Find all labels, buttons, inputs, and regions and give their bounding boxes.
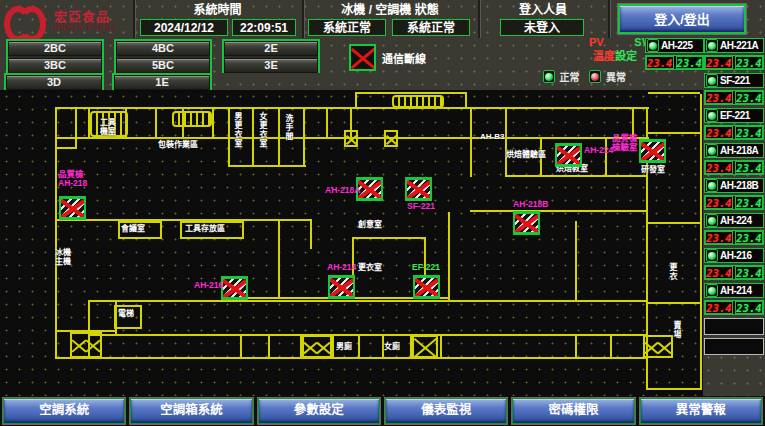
ahu-disconnect-marker[interactable] [513,211,540,235]
unit-panel-ah-216[interactable]: AH-21623.423.4 [704,248,764,280]
wall-segment [648,132,700,134]
floor-button-3e[interactable]: 3E [224,58,318,73]
abnormal-label: 異常 [606,72,626,83]
unit-pv-value: 23.4 [705,231,733,244]
floor-button-3bc[interactable]: 3BC [8,58,102,73]
unit-panel-ah-224[interactable]: AH-22423.423.4 [704,213,764,245]
wall-segment [88,334,646,336]
room-label: 男廁 [336,342,352,351]
wall-segment [278,107,280,167]
wall-segment [303,107,305,167]
nav-parameter-settings[interactable]: 參數設定 [258,398,380,424]
unit-panel-ef-221[interactable]: EF-22123.423.4 [704,108,764,140]
ahu-marker-label: AH-214 [327,263,356,272]
room-label: 女廁 [384,342,400,351]
unit-name: SF-221 [720,75,750,86]
unit-column-left: AH-22523.423.4 [645,38,704,73]
unit-name-row: AH-221A [704,38,764,53]
unit-panel-ah-218a[interactable]: AH-218A23.423.4 [704,143,764,175]
login-logout-button[interactable]: 登入/登出 [618,4,746,34]
unit-sv-value: 23.4 [676,56,704,69]
unit-sv-value: 23.4 [735,301,763,314]
ahu-marker-label: AH-224 [584,146,613,155]
unit-sv-value: 23.4 [735,231,763,244]
ahu-disconnect-marker[interactable] [59,196,86,220]
wall-segment [55,107,649,109]
floor-button-3d[interactable]: 3D [6,75,102,90]
unit-pv-value: 23.4 [646,56,674,69]
room-label: 男更衣室 [233,112,242,148]
unit-name: EF-221 [720,110,750,121]
wall-segment [268,334,270,358]
room-label: 女更衣室 [258,112,267,148]
wall-segment [326,107,328,139]
wall-segment [310,219,312,249]
wall-segment [505,175,648,177]
unit-panel-ah-218b[interactable]: AH-218B23.423.4 [704,178,764,210]
wall-segment [575,221,577,301]
unit-values-row: 23.423.4 [704,55,764,70]
nav-meter-monitor[interactable]: 儀表監視 [385,398,507,424]
room-label: 會議室 [121,224,145,233]
door-icon [70,332,102,358]
ahu-disconnect-marker[interactable] [639,139,666,163]
ahu-disconnect-marker[interactable] [555,143,582,167]
nav-alarm[interactable]: 異常警報 [640,398,762,424]
room-label: 包裝作業區 [158,140,198,149]
unit-name: AH-221A [720,40,758,51]
ahu-disconnect-marker[interactable] [405,177,432,201]
room-label: 賣場 [672,321,681,339]
ahu-status-value: 系統正常 [392,19,470,36]
unit-panel-ah-221a[interactable]: AH-221A23.423.4 [704,38,764,70]
ahu-marker-label: EF-221 [412,263,440,272]
unit-status-lamp-icon [647,39,659,52]
pv-sub-label: 溫度 [593,50,615,62]
wall-segment [465,92,467,109]
ahu-disconnect-marker[interactable] [328,275,355,299]
wall-segment [228,165,306,167]
ahu-marker-label: AH-218B [513,200,548,209]
nav-password-auth[interactable]: 密碼權限 [512,398,634,424]
wall-segment [470,210,648,212]
wall-segment [605,137,607,177]
unit-sv-value: 23.4 [735,161,763,174]
unit-panel-sf-221[interactable]: SF-22123.423.4 [704,73,764,105]
wall-segment [240,334,242,358]
sv-sub-label: 設定 [615,50,637,62]
ahu-disconnect-marker[interactable] [413,275,440,299]
floor-button-2e[interactable]: 2E [224,41,318,56]
floor-button-4bc[interactable]: 4BC [116,41,210,56]
normal-label: 正常 [559,72,579,83]
unit-values-row: 23.423.4 [645,55,704,70]
unit-panel-ah-214[interactable]: AH-21423.423.4 [704,283,764,315]
unit-name-row: AH-214 [704,283,764,298]
unit-values-row: 23.423.4 [704,195,764,210]
nav-ac-system[interactable]: 空調系統 [3,398,125,424]
wall-segment [700,358,702,390]
unit-status-lamp-icon [706,249,718,262]
unit-panel-ah-225[interactable]: AH-22523.423.4 [645,38,704,70]
room-label: 工具存放區 [185,224,225,233]
ahu-marker-label: AH-218A [325,186,360,195]
room-outline [55,107,77,149]
wall-segment [610,334,612,358]
unit-status-lamp-icon [706,179,718,192]
door-icon [643,335,673,358]
floor-button-2bc[interactable]: 2BC [8,41,102,56]
floor-button-5bc[interactable]: 5BC [116,58,210,73]
nav-ahu-system[interactable]: 空調箱系統 [130,398,252,424]
setpoint-header: 溫度設定 [583,50,647,63]
unit-name-row: AH-224 [704,213,764,228]
wall-segment [700,94,702,360]
floor-button-1e[interactable]: 1E [114,75,210,90]
pv-sv-header: PV SV [585,36,653,49]
room-label: AH-B3 [480,132,504,141]
door-icon [384,130,398,147]
disconnect-x-icon [349,44,376,71]
ahu-disconnect-marker[interactable] [221,276,248,300]
unit-status-lamp-icon [706,39,718,52]
unit-values-row: 23.423.4 [704,90,764,105]
login-user-label: 登入人員 [478,2,608,18]
room-label: 創意室 [358,220,382,229]
unit-empty-slot [704,338,764,355]
